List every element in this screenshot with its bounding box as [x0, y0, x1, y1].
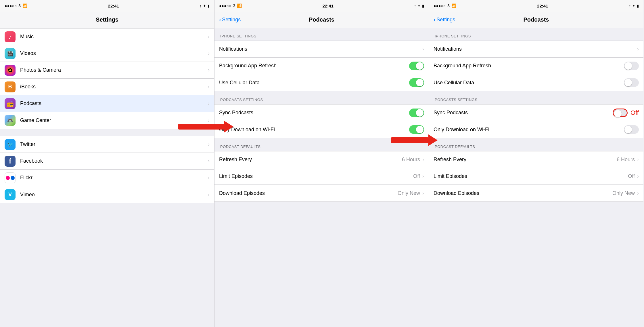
wifi-icon-3: 📶 [451, 3, 456, 8]
location-icon-3: ↑ [629, 4, 631, 8]
music-icon: ♪ [5, 31, 16, 42]
chevron-icon: › [637, 190, 639, 196]
bg-refresh-row-off[interactable]: Background App Refresh [429, 58, 643, 74]
status-left-1: ●●●○○ 3 📶 [5, 3, 27, 8]
toggle-thumb [614, 110, 622, 117]
download-episodes-row-off[interactable]: Download Episodes Only New › [429, 185, 643, 201]
wifi-only-label-on: Only Download on Wi-Fi [219, 127, 409, 133]
nav-title-settings: Settings [96, 16, 118, 23]
sync-podcasts-row-on[interactable]: Sync Podcasts [214, 104, 429, 121]
toggle-thumb [624, 79, 632, 86]
status-bar-2: ●●●○○ 3 📶 22:41 ↑ ✦ ▮ [214, 0, 429, 12]
arrow-2 [391, 134, 438, 146]
section-header-podcasts-off: PODCASTS SETTINGS [429, 92, 643, 104]
toggle-thumb [624, 62, 632, 70]
podcasts-settings-group-off: Sync Podcasts Off Only Download on Wi-Fi [429, 104, 643, 138]
flickr-icon [5, 172, 16, 183]
notifications-label-off: Notifications [434, 46, 637, 52]
cellular-row-on[interactable]: Use Cellular Data [214, 74, 429, 91]
chevron-icon: › [208, 34, 210, 40]
download-episodes-row-on[interactable]: Download Episodes Only New › [214, 185, 429, 201]
podcasts-icon: 📻 [5, 98, 16, 109]
bg-refresh-toggle-off[interactable] [624, 62, 639, 70]
podcasts-on-content: IPHONE SETTINGS Notifications › Backgrou… [214, 28, 429, 202]
limit-episodes-row-off[interactable]: Limit Episodes Off › [429, 168, 643, 185]
download-episodes-label-on: Download Episodes [219, 190, 398, 196]
podcasts-off-content: IPHONE SETTINGS Notifications › Backgrou… [429, 28, 643, 202]
status-time-2: 22:41 [323, 3, 334, 8]
podcast-defaults-group-on: Refresh Every 6 Hours › Limit Episodes O… [214, 151, 429, 202]
limit-episodes-value-off: Off [628, 173, 635, 179]
ibooks-label: iBooks [20, 84, 208, 90]
notifications-row-on[interactable]: Notifications › [214, 41, 429, 58]
cellular-row-off[interactable]: Use Cellular Data [429, 74, 643, 91]
settings-row-twitter[interactable]: 🐦 Twitter › [0, 136, 214, 153]
cellular-label-off: Use Cellular Data [434, 80, 624, 86]
sync-podcasts-toggle-off[interactable] [613, 109, 628, 117]
facebook-icon: f [5, 156, 16, 167]
flickr-label: Flickr [20, 175, 208, 181]
wifi-only-label-off: Only Download on Wi-Fi [434, 127, 624, 133]
gamecenter-icon: 🎮 [5, 115, 16, 126]
settings-panel: ●●●○○ 3 📶 22:41 ↑ ✦ ▮ Settings ♪ [0, 0, 214, 327]
podcast-defaults-group-off: Refresh Every 6 Hours › Limit Episodes O… [429, 151, 643, 202]
settings-row-flickr[interactable]: Flickr › [0, 170, 214, 186]
location-icon-2: ↑ [414, 4, 416, 8]
status-left-3: ●●●○○ 3 📶 [434, 3, 456, 8]
settings-row-music[interactable]: ♪ Music › [0, 28, 214, 45]
chevron-icon: › [637, 173, 639, 179]
refresh-every-label-on: Refresh Every [219, 157, 402, 163]
signal-icon: ●●●○○ [5, 3, 17, 8]
refresh-every-row-on[interactable]: Refresh Every 6 Hours › [214, 151, 429, 168]
arrow-body-2 [391, 137, 428, 143]
bg-refresh-toggle-on[interactable] [409, 62, 424, 70]
nav-title-podcasts-off: Podcasts [524, 16, 549, 23]
limit-episodes-label-on: Limit Episodes [219, 173, 413, 179]
vimeo-label: Vimeo [20, 192, 208, 198]
location-icon: ↑ [200, 4, 202, 8]
limit-episodes-row-on[interactable]: Limit Episodes Off › [214, 168, 429, 185]
notifications-row-off[interactable]: Notifications › [429, 41, 643, 58]
refresh-every-row-off[interactable]: Refresh Every 6 Hours › [429, 151, 643, 168]
twitter-label: Twitter [20, 141, 208, 147]
wifi-icon-2: 📶 [237, 3, 242, 8]
wifi-only-toggle-on[interactable] [409, 125, 424, 134]
settings-row-ibooks[interactable]: B iBooks › [0, 79, 214, 95]
nav-bar-settings: Settings [0, 12, 214, 28]
nav-bar-podcasts-off: ‹ Settings Podcasts [429, 12, 643, 28]
cellular-toggle-off[interactable] [624, 78, 639, 87]
social-settings-group: 🐦 Twitter › f Facebook › [0, 136, 214, 203]
chevron-icon: › [208, 67, 210, 73]
settings-row-videos[interactable]: 🎬 Videos › [0, 45, 214, 62]
section-header-iphone-off: IPHONE SETTINGS [429, 28, 643, 41]
app-settings-group: ♪ Music › 🎬 Videos › ✿ Photos & Ca [0, 28, 214, 129]
flickr-dot-blue [11, 176, 15, 180]
status-right-3: ↑ ✦ ▮ [629, 4, 639, 8]
chevron-icon: › [208, 141, 210, 147]
sync-podcasts-row-off[interactable]: Sync Podcasts Off [429, 104, 643, 121]
back-label-3: Settings [436, 17, 455, 23]
vimeo-icon: V [5, 189, 16, 200]
refresh-every-label-off: Refresh Every [434, 157, 617, 163]
sync-podcasts-toggle-on[interactable] [409, 109, 424, 117]
settings-row-podcasts[interactable]: 📻 Podcasts › [0, 95, 214, 112]
nav-back-podcasts-on[interactable]: ‹ Settings [219, 17, 241, 23]
nav-bar-podcasts-on: ‹ Settings Podcasts [214, 12, 429, 28]
back-label: Settings [222, 17, 241, 23]
settings-row-facebook[interactable]: f Facebook › [0, 153, 214, 170]
bg-refresh-row-on[interactable]: Background App Refresh [214, 58, 429, 74]
wifi-only-toggle-off[interactable] [624, 125, 639, 134]
wifi-only-row-off[interactable]: Only Download on Wi-Fi [429, 121, 643, 138]
bluetooth-icon-3: ✦ [632, 4, 635, 8]
section-header-iphone: IPHONE SETTINGS [214, 28, 429, 41]
refresh-every-value-off: 6 Hours [617, 157, 635, 163]
chevron-icon: › [637, 46, 639, 52]
settings-row-vimeo[interactable]: V Vimeo › [0, 186, 214, 203]
sync-podcasts-label-off: Sync Podcasts [434, 110, 613, 116]
toggle-thumb [416, 79, 423, 86]
cellular-toggle-on[interactable] [409, 78, 424, 87]
settings-row-photos[interactable]: ✿ Photos & Camera › [0, 62, 214, 79]
nav-back-podcasts-off[interactable]: ‹ Settings [434, 17, 455, 23]
off-label: Off [630, 109, 639, 117]
section-header-podcasts-on: PODCASTS SETTINGS [214, 92, 429, 104]
